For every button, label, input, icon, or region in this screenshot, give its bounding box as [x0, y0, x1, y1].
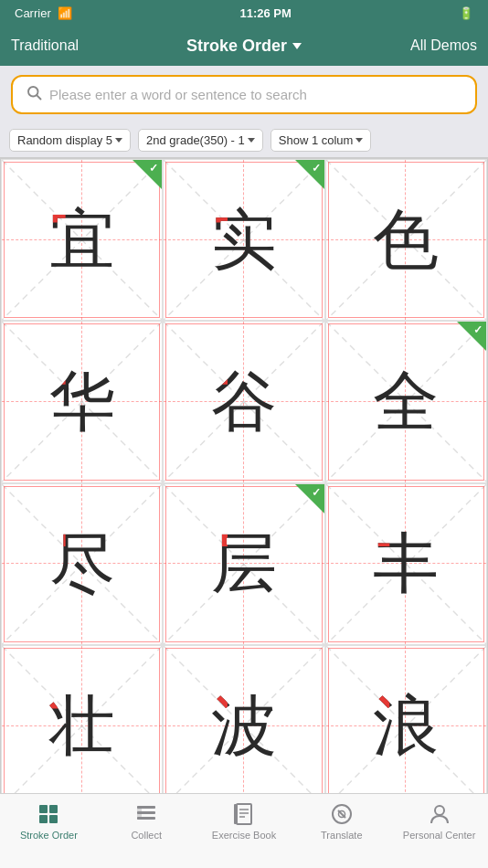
char-cell[interactable]: 层 层: [163, 483, 324, 645]
character-grid: 宜 宜 实 实 色 色 华 华: [0, 158, 488, 793]
search-icon: [26, 84, 42, 105]
nav-title-chevron-icon: [292, 43, 302, 49]
filter-columns-chevron-icon: [355, 138, 363, 143]
tab-personal-center-label: Personal Center: [403, 830, 476, 841]
char-display: 层 层: [211, 520, 277, 608]
svg-rect-27: [49, 805, 58, 813]
char-display: 宜 宜: [49, 196, 115, 284]
nav-bar: Traditional Stroke Order All Demos: [0, 26, 488, 66]
filter-random-chevron-icon: [115, 138, 122, 143]
filter-grade-chevron-icon: [248, 138, 255, 143]
tab-collect-label: Collect: [131, 830, 162, 841]
char-display: 波 波: [211, 683, 277, 770]
tab-personal-center[interactable]: Personal Center: [390, 801, 488, 841]
tab-stroke-order[interactable]: Stroke Order: [0, 801, 98, 841]
battery-area: 🔋: [459, 6, 473, 20]
svg-rect-33: [137, 806, 142, 820]
tab-stroke-order-label: Stroke Order: [20, 830, 78, 841]
char-display: 实 实: [211, 196, 277, 284]
svg-point-42: [435, 806, 444, 815]
char-display: 壮 壮: [49, 683, 115, 770]
carrier-label: Carrier 📶: [15, 6, 72, 20]
tab-collect[interactable]: Collect: [98, 801, 196, 841]
svg-line-1: [37, 95, 40, 99]
filter-grade[interactable]: 2nd grade(350) - 1: [138, 129, 263, 152]
char-display: 浪 浪: [373, 683, 439, 770]
char-display: 色 色: [373, 196, 439, 284]
char-cell[interactable]: 浪 浪: [325, 645, 487, 793]
char-cell[interactable]: 壮 壮: [1, 645, 163, 793]
svg-rect-26: [39, 805, 48, 813]
char-cell[interactable]: 尽 尽: [1, 483, 163, 645]
tab-bar: Stroke Order Collect Exercise Book Trans…: [0, 793, 488, 868]
char-display: 丰 丰: [373, 520, 439, 608]
svg-rect-29: [49, 815, 58, 823]
char-cell[interactable]: 丰 丰: [325, 483, 487, 645]
char-cell[interactable]: 全 全: [325, 321, 487, 482]
svg-rect-28: [39, 815, 48, 823]
char-cell[interactable]: 华 华: [1, 321, 163, 482]
nav-title[interactable]: Stroke Order: [186, 37, 302, 56]
char-cell[interactable]: 谷 谷: [163, 321, 324, 482]
tab-exercise-book[interactable]: Exercise Book: [196, 801, 293, 841]
filter-bar: Random display 5 2nd grade(350) - 1 Show…: [0, 123, 488, 158]
char-cell[interactable]: 色 色: [325, 159, 487, 321]
char-display: 华 华: [49, 358, 115, 446]
search-container: Please enter a word or sentence to searc…: [0, 66, 488, 123]
char-cell[interactable]: 实 实: [163, 159, 324, 321]
nav-all-demos-button[interactable]: All Demos: [395, 37, 477, 54]
check-badge: [295, 160, 324, 189]
status-bar: Carrier 📶 11:26 PM 🔋: [0, 0, 488, 26]
check-badge: [133, 160, 162, 189]
nav-traditional-button[interactable]: Traditional: [11, 37, 93, 54]
check-badge: [295, 484, 324, 513]
svg-rect-38: [234, 804, 237, 824]
tab-translate[interactable]: Translate: [292, 801, 390, 841]
tab-exercise-book-label: Exercise Book: [212, 830, 276, 841]
char-cell[interactable]: 宜 宜: [1, 159, 163, 321]
tab-translate-label: Translate: [321, 830, 362, 841]
time-label: 11:26 PM: [239, 6, 291, 20]
char-display: 尽 尽: [49, 520, 115, 608]
filter-random[interactable]: Random display 5: [9, 129, 131, 152]
main-content: Please enter a word or sentence to searc…: [0, 66, 488, 793]
search-placeholder: Please enter a word or sentence to searc…: [49, 87, 462, 102]
char-cell[interactable]: 波 波: [163, 645, 324, 793]
char-display: 全 全: [373, 358, 439, 446]
svg-rect-34: [237, 804, 251, 824]
search-box[interactable]: Please enter a word or sentence to searc…: [11, 75, 477, 114]
check-badge: [457, 322, 486, 351]
char-display: 谷 谷: [211, 358, 277, 446]
filter-columns[interactable]: Show 1 colum: [271, 129, 372, 152]
